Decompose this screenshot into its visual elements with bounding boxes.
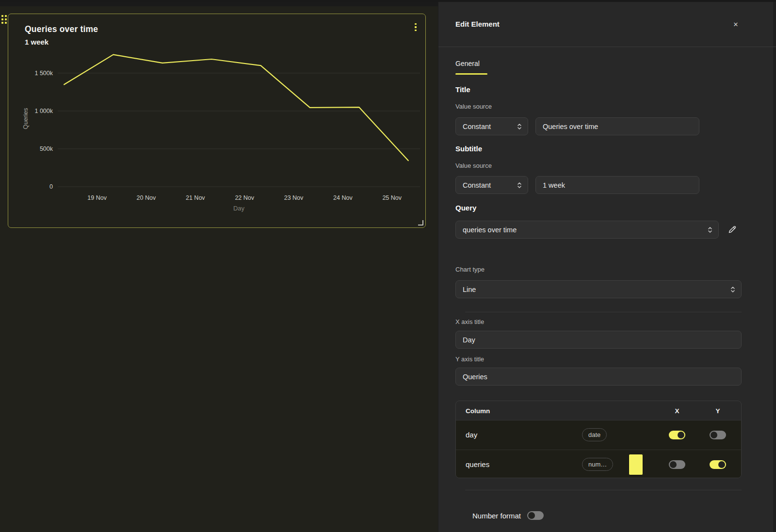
x-axis-title-input[interactable] [455, 331, 742, 349]
x-header: X [675, 407, 679, 415]
subtitle-source-value: Constant [463, 181, 491, 189]
svg-text:22 Nov: 22 Nov [235, 194, 254, 201]
svg-text:20 Nov: 20 Nov [137, 194, 156, 201]
columns-table-header: Column X Y [456, 401, 741, 420]
title-value-source-label: Value source [455, 103, 492, 110]
dashboard-canvas: 0500k1 000k1 500k19 Nov20 Nov21 Nov22 No… [0, 0, 438, 532]
svg-text:1 000k: 1 000k [34, 108, 53, 114]
y-axis-toggle[interactable] [710, 431, 726, 439]
chevron-updown-icon [517, 181, 522, 189]
section-divider [465, 312, 742, 312]
svg-text:25 Nov: 25 Nov [382, 194, 402, 201]
svg-text:Day: Day [233, 205, 245, 212]
tab-general[interactable]: General [455, 60, 480, 67]
title-source-select[interactable]: Constant [455, 117, 528, 135]
x-axis-title-label: X axis title [455, 318, 484, 325]
number-format-label: Number format [472, 512, 521, 520]
section-divider [465, 490, 742, 490]
chevron-updown-icon [517, 123, 522, 130]
svg-text:24 Nov: 24 Nov [333, 194, 353, 201]
chart-type-select[interactable]: Line [455, 280, 742, 298]
y-axis-title-label: Y axis title [455, 355, 484, 363]
edit-query-pencil-icon[interactable] [727, 224, 738, 236]
chevron-updown-icon [707, 226, 713, 234]
chart-title: Queries over time [25, 24, 98, 34]
subtitle-source-select[interactable]: Constant [455, 176, 528, 194]
svg-text:Queries: Queries [22, 108, 29, 129]
column-type-badge: date [582, 428, 607, 441]
y-axis-toggle[interactable] [710, 460, 726, 469]
svg-text:500k: 500k [40, 145, 53, 152]
svg-text:21 Nov: 21 Nov [186, 194, 205, 201]
element-drag-handle-icon[interactable] [1, 15, 7, 24]
chevron-updown-icon [730, 286, 736, 293]
active-tab-underline [455, 73, 487, 75]
scrollbar-track[interactable] [773, 2, 776, 532]
column-header: Column [466, 407, 490, 415]
header-divider [438, 47, 776, 47]
window-top-edge [0, 0, 776, 2]
chart-type-value: Line [463, 286, 476, 293]
edit-element-drawer: Edit Element ✕ General Title Value sourc… [438, 0, 776, 532]
table-row-queries: queries num… [456, 450, 741, 478]
column-name: queries [466, 450, 489, 478]
close-icon[interactable]: ✕ [730, 18, 742, 30]
x-axis-toggle[interactable] [669, 431, 685, 439]
table-row-day: day date [456, 420, 741, 450]
x-axis-toggle[interactable] [669, 460, 685, 469]
series-color-swatch[interactable] [629, 454, 643, 475]
title-section-heading: Title [455, 85, 470, 94]
chart-element-panel[interactable]: 0500k1 000k1 500k19 Nov20 Nov21 Nov22 No… [8, 14, 426, 228]
subtitle-section-heading: Subtitle [455, 145, 482, 153]
column-name: day [466, 420, 477, 449]
subtitle-value-source-label: Value source [455, 162, 492, 169]
query-selected-value: queries over time [463, 226, 517, 234]
svg-text:1 500k: 1 500k [34, 70, 53, 77]
chart-type-label: Chart type [455, 266, 485, 273]
number-format-toggle[interactable] [527, 511, 544, 520]
drawer-title: Edit Element [455, 20, 500, 28]
column-type-badge: num… [582, 458, 613, 471]
query-select[interactable]: queries over time [455, 221, 719, 239]
title-text-input[interactable] [535, 117, 699, 135]
chart-menu-kebab-icon[interactable] [411, 21, 420, 33]
title-source-value: Constant [463, 123, 491, 130]
columns-table: Column X Y day date queries num… [455, 401, 742, 478]
svg-text:19 Nov: 19 Nov [87, 194, 107, 201]
resize-handle-icon[interactable] [418, 220, 423, 226]
y-axis-title-input[interactable] [455, 368, 742, 386]
chart-subtitle: 1 week [25, 38, 48, 46]
y-header: Y [715, 407, 720, 415]
subtitle-text-input[interactable] [535, 176, 699, 194]
query-section-heading: Query [455, 204, 476, 212]
svg-text:23 Nov: 23 Nov [284, 194, 304, 201]
number-format-row: Number format [472, 511, 544, 520]
line-chart: 0500k1 000k1 500k19 Nov20 Nov21 Nov22 No… [8, 14, 425, 227]
svg-text:0: 0 [49, 183, 53, 190]
